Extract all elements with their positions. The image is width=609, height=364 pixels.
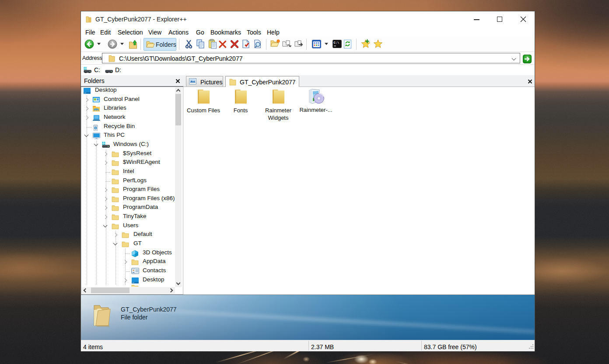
svg-text:C:\: C:\	[334, 41, 340, 45]
